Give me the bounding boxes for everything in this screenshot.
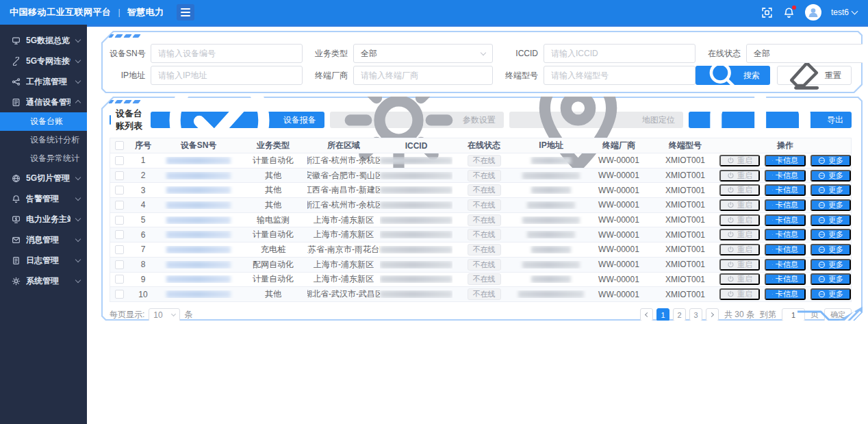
filter-select-在线状态[interactable]: 全部 [746,44,868,63]
cell-iccid [380,201,452,209]
toolbar-button-导出[interactable]: 导出 [689,112,852,128]
row-checkbox[interactable] [115,201,124,210]
goto-confirm-button[interactable]: 确定 [824,308,852,322]
more-button[interactable]: 更多 [810,288,851,300]
sidebar-item-gear[interactable]: 系统管理 [0,271,87,291]
page-button-1[interactable]: 1 [656,308,669,321]
cell-device-sn [158,201,239,209]
sidebar-item-alarm-bell[interactable]: 告警管理 [0,188,87,209]
sidebar-subitem-label: 设备台账 [30,116,63,127]
row-checkbox[interactable] [115,260,124,269]
more-button[interactable]: 更多 [810,229,851,240]
row-checkbox[interactable] [115,290,124,299]
card-info-label: 卡信息 [776,245,798,255]
row-checkbox[interactable] [115,230,124,239]
sidebar-item-monitor[interactable]: 5G数据总览 [0,30,87,51]
sidebar-item-power-station[interactable]: 电力业务主站管理 [0,209,87,229]
sidebar-subitem-label: 设备异常统计 [30,153,79,164]
prev-page-button[interactable] [640,308,653,321]
sidebar-item-label: 日志管理 [26,255,71,266]
fullscreen-icon[interactable] [761,6,774,18]
redacted-iccid-value [380,275,452,283]
toolbar-button-设备报备[interactable]: 设备报备 [151,112,324,128]
sidebar-item-log[interactable]: 日志管理 [0,250,87,271]
power-icon [727,261,735,269]
filter-input-终端厂商[interactable] [353,66,493,85]
notification-bell-icon[interactable] [783,6,795,18]
hamburger-menu-icon[interactable] [177,4,194,21]
cell-device-sn [158,172,239,179]
toolbar-button-label: 参数设置 [463,114,496,126]
toolbar-button-label: 设备报备 [283,114,316,126]
more-button[interactable]: 更多 [810,214,851,226]
cell-model: XMIOT001 [651,171,719,180]
filter-input-IP地址[interactable] [151,66,303,85]
row-checkbox[interactable] [115,216,124,225]
card-info-button[interactable]: 卡信息 [765,155,806,166]
card-info-button[interactable]: 卡信息 [765,214,806,226]
card-info-button[interactable]: 卡信息 [765,288,806,300]
sidebar-item-globe[interactable]: 5G切片管理 [0,168,87,188]
card-info-button[interactable]: 卡信息 [765,273,806,285]
more-circle-icon [818,172,826,179]
column-header-操作: 操作 [719,140,851,151]
card-info-button[interactable]: 卡信息 [765,184,806,196]
goto-page-input[interactable] [782,308,805,321]
card-info-button[interactable]: 卡信息 [765,244,806,255]
globe-icon [12,174,21,183]
restart-label: 重启 [737,260,752,270]
filter-input-终端型号[interactable] [544,66,695,85]
redacted-sn-value [166,186,231,194]
filter-input-ICCID[interactable] [544,44,695,63]
sidebar-item-link[interactable]: 5G专网连接管理 [0,51,87,71]
card-info-button[interactable]: 卡信息 [765,259,806,271]
row-checkbox[interactable] [115,156,124,165]
mail-icon [12,236,21,245]
row-checkbox[interactable] [115,171,124,180]
card-info-button[interactable]: 卡信息 [765,229,806,240]
cell-iccid [380,275,452,283]
cell-actions: 重启卡信息更多 [719,170,851,182]
row-checkbox[interactable] [115,186,124,195]
reset-button[interactable]: 重置 [777,66,852,85]
filter-input-设备SN号[interactable] [151,44,303,63]
card-info-button[interactable]: 卡信息 [765,199,806,211]
cell-online-status: 不在线 [452,170,515,182]
per-page-suffix: 条 [184,309,192,321]
pagination-bar: 每页显示: 10 条 123 共 30 条 到第 页 [110,308,852,322]
more-button[interactable]: 更多 [810,170,851,182]
username-dropdown[interactable]: test6 [831,8,857,17]
sidebar-subitem[interactable]: 设备异常统计 [0,149,87,168]
more-button[interactable]: 更多 [810,184,851,196]
select-all-checkbox[interactable] [115,141,124,150]
more-button[interactable]: 更多 [810,273,851,285]
more-button[interactable]: 更多 [810,259,851,271]
more-button[interactable]: 更多 [810,155,851,166]
more-button[interactable]: 更多 [810,244,851,255]
restart-button: 重启 [719,170,760,182]
row-checkbox[interactable] [115,245,124,254]
more-circle-icon [818,157,826,164]
sidebar-subitem[interactable]: 设备统计分析 [0,131,87,149]
search-button[interactable]: 搜索 [695,66,770,85]
page-button-3[interactable]: 3 [689,308,702,321]
sidebar-item-workflow[interactable]: 工作流管理 [0,71,87,92]
chevron-down-icon [75,37,81,42]
card-info-button[interactable]: 卡信息 [765,170,806,182]
sidebar-subitem[interactable]: 设备台账 [0,112,87,131]
sidebar-item-device-list[interactable]: 通信设备管理 [0,92,87,112]
next-page-button[interactable] [706,308,719,321]
toolbar-button-地图定位: 地图定位 [509,112,683,128]
user-avatar[interactable] [805,4,821,21]
filter-select-业务类型[interactable]: 全部 [353,44,493,63]
per-page-select[interactable]: 10 [149,308,180,322]
cell-index: 10 [128,290,158,299]
gear-icon [12,277,21,286]
page-button-2[interactable]: 2 [673,308,686,321]
sidebar-item-mail[interactable]: 消息管理 [0,229,87,250]
sim-card-icon [772,249,773,250]
more-button[interactable]: 更多 [810,199,851,211]
redacted-iccid-value [380,231,452,238]
power-icon [727,201,735,209]
row-checkbox[interactable] [115,275,124,284]
